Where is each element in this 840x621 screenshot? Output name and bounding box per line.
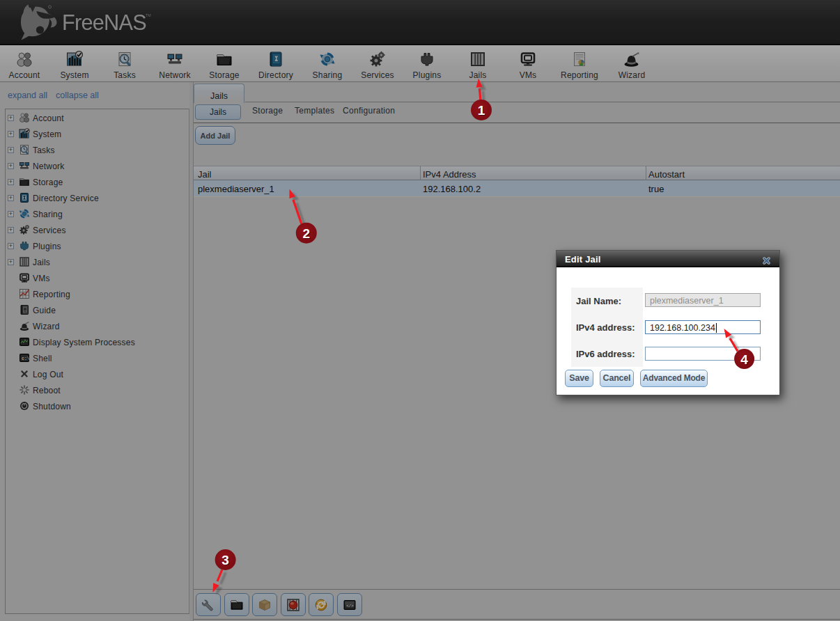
svg-text:3: 3 <box>221 553 229 567</box>
svg-text:1: 1 <box>478 103 485 118</box>
svg-text:2: 2 <box>303 226 311 241</box>
svg-text:4: 4 <box>740 352 748 367</box>
